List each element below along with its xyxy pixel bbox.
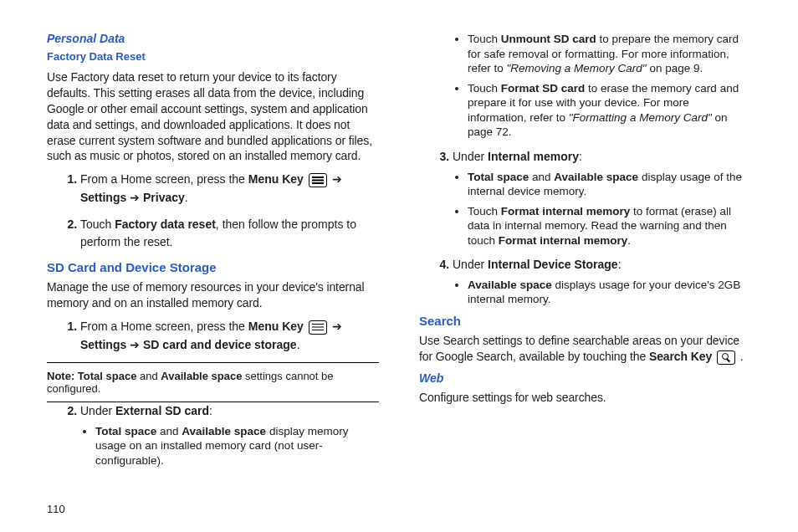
xref-formatting-card: "Formatting a Memory Card" xyxy=(569,111,712,124)
arrow: ➔ xyxy=(332,320,342,333)
heading-search: Search xyxy=(419,314,751,328)
sd-card-storage-label: SD card and device storage xyxy=(143,338,297,351)
internal-memory-label: Internal memory xyxy=(488,150,579,163)
web-text: Configure settings for web searches. xyxy=(419,390,751,406)
menu-key-label: Menu Key xyxy=(248,172,304,186)
text: . xyxy=(297,338,300,351)
text: : xyxy=(209,404,212,417)
page-number: 110 xyxy=(47,503,65,515)
xref-removing-card: "Removing a Memory Card" xyxy=(507,62,647,74)
text: Under xyxy=(453,258,488,271)
search-intro: Use Search settings to define searchable… xyxy=(419,333,751,365)
available-space-label: Available space xyxy=(554,171,638,183)
factory-reset-intro: Use Factory data reset to return your de… xyxy=(47,69,379,164)
heading-sd-card-storage: SD Card and Device Storage xyxy=(47,260,379,274)
settings-label: Settings xyxy=(80,191,126,204)
available-space-label: Available space xyxy=(182,425,266,437)
text: Under xyxy=(453,150,488,163)
text: : xyxy=(579,150,582,163)
heading-personal-data: Personal Data xyxy=(47,32,379,45)
text: . xyxy=(627,234,631,247)
menu-key-icon xyxy=(309,320,327,335)
text: : xyxy=(618,258,622,271)
text: From a Home screen, press the xyxy=(80,320,248,333)
search-key-icon xyxy=(717,350,735,365)
settings-label: Settings xyxy=(80,338,126,351)
search-key-label: Search Key xyxy=(649,350,712,363)
text: Under xyxy=(80,404,115,417)
bullet-format-internal: Touch Format internal memory to format (… xyxy=(468,204,751,248)
heading-web: Web xyxy=(419,371,751,385)
format-internal-confirm-label: Format internal memory xyxy=(499,234,628,247)
text: Touch xyxy=(468,33,501,45)
text: and xyxy=(156,425,182,437)
bullet-total-available-sd: Total space and Available space display … xyxy=(95,424,379,468)
factory-step-2: Touch Factory data reset, then follow th… xyxy=(80,216,379,252)
factory-data-reset-label: Factory data reset xyxy=(115,217,216,231)
menu-key-icon xyxy=(309,173,327,187)
total-space-label: Total space xyxy=(95,425,156,437)
text: on page 9. xyxy=(647,62,703,74)
bullet-unmount-sd: Touch Unmount SD card to prepare the mem… xyxy=(468,32,751,76)
format-sd-label: Format SD card xyxy=(501,82,586,95)
internal-device-storage-label: Internal Device Storage xyxy=(488,258,618,271)
text: Touch xyxy=(468,82,501,95)
available-space-label: Available space xyxy=(468,279,552,291)
note-total-space: Note: Total space xyxy=(47,370,136,382)
format-internal-label: Format internal memory xyxy=(501,205,631,217)
arrow: ➔ xyxy=(126,338,143,351)
note-available-space: Available space xyxy=(161,370,242,382)
bullet-available-device: Available space displays usage for your … xyxy=(468,278,751,307)
bullet-format-sd: Touch Format SD card to erase the memory… xyxy=(468,81,751,140)
text: Touch xyxy=(80,217,115,231)
sd-step-4: Under Internal Device Storage: Available… xyxy=(453,256,751,307)
text: Touch xyxy=(468,205,501,217)
sd-intro: Manage the use of memory resources in yo… xyxy=(47,279,379,311)
text: . xyxy=(737,350,744,363)
text: From a Home screen, press the xyxy=(80,172,248,186)
factory-step-1: From a Home screen, press the Menu Key ➔… xyxy=(80,171,379,207)
unmount-sd-label: Unmount SD card xyxy=(501,33,596,45)
arrow: ➔ xyxy=(126,191,143,204)
text: . xyxy=(185,191,188,204)
sd-step-1: From a Home screen, press the Menu Key ➔… xyxy=(80,318,379,354)
menu-key-label: Menu Key xyxy=(248,320,304,333)
arrow: ➔ xyxy=(332,172,342,186)
heading-factory-data-reset: Factory Data Reset xyxy=(47,50,379,63)
external-sd-card-label: External SD card xyxy=(115,404,209,417)
privacy-label: Privacy xyxy=(143,191,185,204)
note-total-available: Note: Total space and Available space se… xyxy=(47,362,379,402)
bullet-total-available-internal: Total space and Available space display … xyxy=(468,170,751,199)
text: and xyxy=(136,370,161,382)
total-space-label: Total space xyxy=(468,171,529,183)
sd-step-3: Under Internal memory: Total space and A… xyxy=(453,148,751,248)
text: and xyxy=(529,171,554,183)
